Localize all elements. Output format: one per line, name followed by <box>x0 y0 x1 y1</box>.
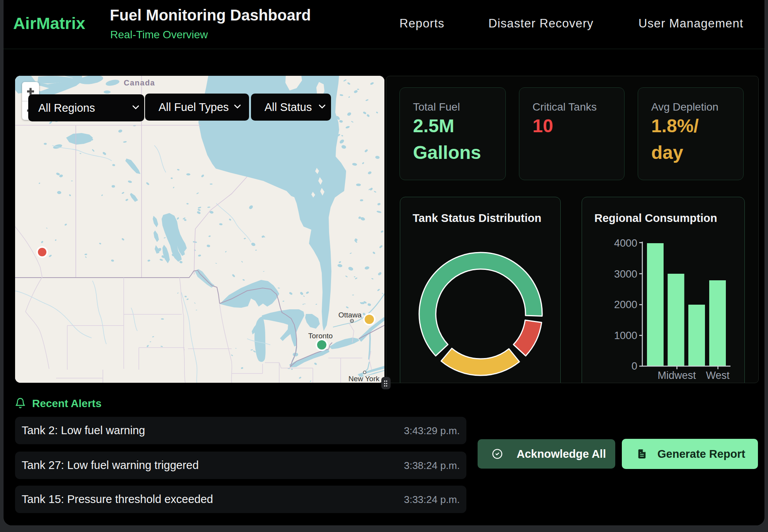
svg-text:0: 0 <box>631 360 637 372</box>
svg-text:Toronto: Toronto <box>308 332 333 340</box>
svg-text:3000: 3000 <box>614 268 637 280</box>
svg-text:4000: 4000 <box>614 237 637 249</box>
svg-text:Midwest: Midwest <box>657 370 696 381</box>
svg-text:1000: 1000 <box>614 330 637 341</box>
svg-text:New York: New York <box>348 375 380 383</box>
svg-text:West: West <box>706 370 730 381</box>
svg-text:Canada: Canada <box>124 78 155 87</box>
svg-text:2000: 2000 <box>614 299 637 310</box>
svg-text:Ottawa: Ottawa <box>338 311 362 319</box>
